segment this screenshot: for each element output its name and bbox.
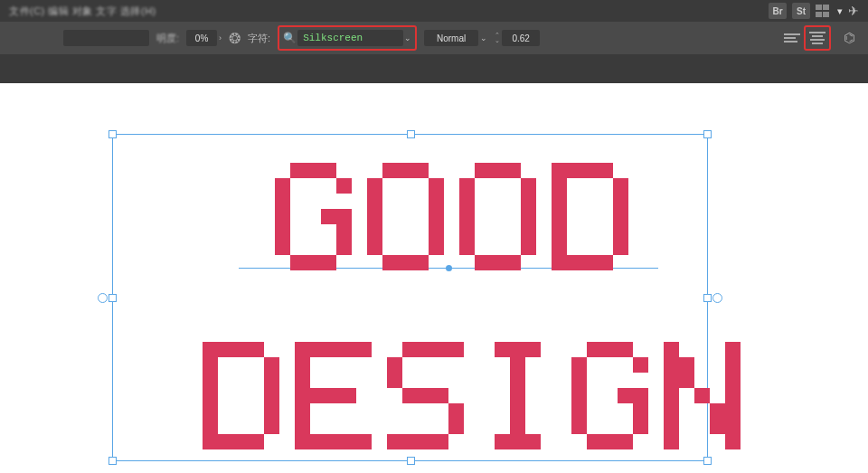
resize-handle[interactable] (108, 294, 117, 302)
text-line-2[interactable] (203, 342, 741, 449)
port-handle[interactable] (98, 293, 108, 303)
opacity-label: 明度: (156, 32, 179, 45)
workspace-dropdown-caret[interactable]: ▾ (837, 5, 843, 17)
menu-items-blurred[interactable]: 文件(C) 编辑 对象 文字 选择(H) (9, 5, 156, 18)
workspace-switcher-icon[interactable] (816, 5, 832, 17)
stock-button[interactable]: St (792, 3, 810, 19)
align-center-button-highlighted[interactable] (804, 25, 831, 51)
align-left-button[interactable] (784, 31, 800, 45)
link-icon[interactable]: ⌃⌄ (495, 33, 500, 43)
tracking-value: 0.62 (512, 33, 529, 43)
font-family-field[interactable]: Silkscreen (297, 30, 403, 46)
tracking-field[interactable]: ⌃⌄ 0.62 (495, 30, 540, 46)
text-line-1[interactable] (275, 163, 628, 270)
globe-icon[interactable]: ❂ (229, 30, 241, 47)
resize-handle[interactable] (703, 130, 712, 138)
style-dropdown-caret[interactable]: ⌄ (480, 33, 487, 43)
shield-icon[interactable]: ⌬ (844, 30, 855, 46)
font-family-value: Silkscreen (303, 30, 363, 46)
line-weight-field[interactable] (63, 30, 149, 46)
options-bar: 明度: 0% › ❂ 字符: 🔍 Silkscreen ⌄ Normal ⌄ ⌃… (0, 22, 868, 54)
resize-handle[interactable] (108, 457, 117, 465)
paragraph-align-group (784, 25, 831, 51)
character-label: 字符: (248, 32, 270, 45)
font-family-group-highlighted: 🔍 Silkscreen ⌄ (278, 25, 417, 51)
opacity-stepper[interactable]: 0% › (186, 30, 222, 46)
resize-handle[interactable] (407, 130, 415, 138)
resize-handle[interactable] (108, 130, 117, 138)
opacity-value[interactable]: 0% (186, 30, 217, 46)
menu-bar: 文件(C) 编辑 对象 文字 选择(H) Br St ▾ ✈ (0, 0, 868, 22)
resize-handle[interactable] (703, 457, 712, 465)
port-handle[interactable] (712, 293, 722, 303)
bridge-button[interactable]: Br (769, 3, 787, 19)
font-dropdown-caret[interactable]: ⌄ (404, 33, 411, 43)
gpu-rocket-icon[interactable]: ✈ (848, 4, 859, 18)
text-frame[interactable] (112, 134, 708, 461)
resize-handle[interactable] (703, 294, 712, 302)
toolbar-extension (0, 54, 868, 83)
search-icon[interactable]: 🔍 (283, 32, 297, 44)
chevron-right-icon[interactable]: › (219, 33, 222, 43)
resize-handle[interactable] (407, 457, 415, 465)
font-style-field[interactable]: Normal ⌄ (424, 30, 487, 46)
font-style-value: Normal (437, 33, 466, 43)
